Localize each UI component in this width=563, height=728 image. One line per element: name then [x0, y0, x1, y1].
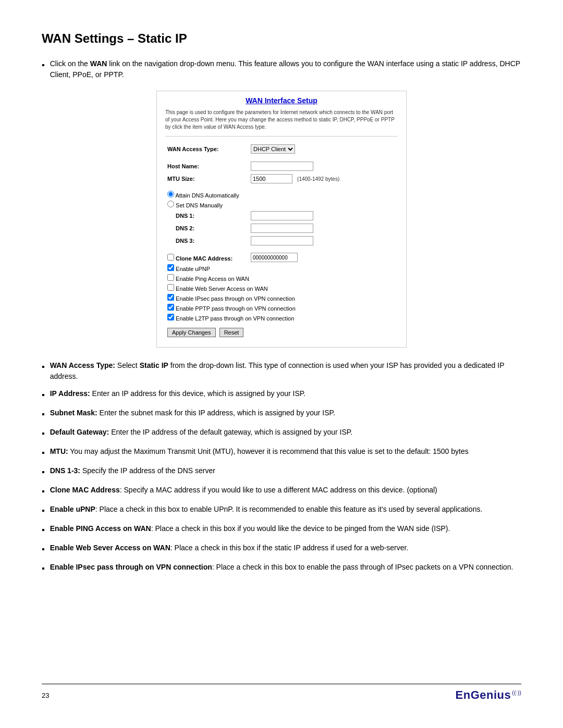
bullet-text-web: Enable Web Sever Access on WAN: Place a … [50, 542, 521, 553]
enable-l2tp-checkbox[interactable] [167, 314, 174, 320]
enable-pptp-label: Enable PPTP pass through on VPN connecti… [176, 305, 296, 312]
clone-mac-input[interactable] [251, 253, 298, 262]
bullet-text-clone-mac: Clone MAC Address: Specify a MAC address… [50, 485, 521, 496]
bullet-marker: ▪ [42, 466, 45, 478]
detail-bullet-wan-access: ▪ WAN Access Type: Select Static IP from… [42, 360, 521, 382]
bullet-text-ping: Enable PING Access on WAN: Place a check… [50, 523, 521, 534]
enable-l2tp-row: Enable L2TP pass through on VPN connecti… [165, 313, 398, 323]
set-dns-label: Set DNS Manually [176, 202, 223, 208]
apply-button[interactable]: Apply Changes [167, 328, 216, 337]
enable-ipsec-label: Enable IPsec pass through on VPN connect… [176, 295, 295, 302]
detail-bullet-upnp: ▪ Enable uPNP: Place a check in this box… [42, 504, 521, 517]
wan-access-type-label: WAN Access Type: [165, 143, 249, 155]
wan-access-type-row: WAN Access Type: DHCP Client Static IP P… [165, 143, 398, 155]
footer: 23 EnGenius ((·)) [42, 688, 521, 712]
reset-button[interactable]: Reset [219, 328, 244, 337]
detail-bullet-web: ▪ Enable Web Sever Access on WAN: Place … [42, 542, 521, 556]
footer-divider [42, 684, 521, 684]
wan-interface-box: WAN Interface Setup This page is used to… [156, 91, 407, 348]
bullet-text-mtu: MTU: You may adjust the Maximum Transmit… [50, 446, 521, 457]
bullet-text-dns: DNS 1-3: Specify the IP address of the D… [50, 465, 521, 476]
detail-bullet-dns: ▪ DNS 1-3: Specify the IP address of the… [42, 465, 521, 478]
clone-mac-checkbox[interactable] [167, 254, 174, 261]
bullet-text-subnet-mask: Subnet Mask: Enter the subnet mask for t… [50, 408, 521, 418]
mtu-size-label: MTU Size: [165, 172, 249, 185]
bullet-marker: ▪ [42, 524, 45, 536]
bullet-marker: ▪ [42, 485, 45, 498]
enable-ipsec-row: Enable IPsec pass through on VPN connect… [165, 293, 398, 303]
dns3-label: DNS 3: [165, 235, 249, 247]
enable-ipsec-checkbox[interactable] [167, 294, 174, 301]
bullet-text-default-gw: Default Gateway: Enter the IP address of… [50, 427, 521, 438]
button-row: Apply Changes Reset [165, 323, 398, 339]
enable-pptp-checkbox[interactable] [167, 304, 174, 311]
brand-logo: EnGenius ((·)) [456, 688, 521, 702]
bullet-marker: ▪ [42, 389, 45, 401]
intro-bullet-text: Click on the WAN link on the navigation … [50, 58, 521, 80]
bullet-marker: ▪ [42, 543, 45, 556]
bullet-marker: ▪ [42, 447, 45, 459]
page-number: 23 [42, 692, 49, 699]
wan-access-type-select[interactable]: DHCP Client Static IP PPPoE PPTP [251, 144, 295, 154]
set-dns-radio[interactable] [167, 201, 174, 207]
attain-dns-label: Attain DNS Automatically [175, 192, 239, 199]
dns1-row: DNS 1: [165, 209, 398, 222]
enable-ping-row: Enable Ping Access on WAN [165, 273, 398, 283]
set-dns-row: Set DNS Manually [165, 200, 398, 209]
brand-name: En [456, 688, 471, 702]
attain-dns-radio[interactable] [167, 191, 174, 198]
detail-bullet-ping: ▪ Enable PING Access on WAN: Place a che… [42, 523, 521, 536]
enable-ping-label: Enable Ping Access on WAN [176, 276, 249, 282]
wifi-icon: ((·)) [512, 689, 521, 696]
clone-mac-label: Clone MAC Address: [176, 255, 232, 262]
enable-ping-checkbox[interactable] [167, 274, 174, 281]
bullet-text-ip-address: IP Address: Enter an IP address for this… [50, 388, 521, 399]
host-name-label: Host Name: [165, 160, 249, 172]
enable-l2tp-label: Enable L2TP pass through on VPN connecti… [176, 315, 294, 322]
enable-upnp-label: Enable uPNP [176, 266, 210, 272]
detail-bullet-default-gw: ▪ Default Gateway: Enter the IP address … [42, 427, 521, 440]
mtu-size-input[interactable] [251, 174, 292, 183]
bullet-marker: ▪ [42, 562, 45, 575]
enable-upnp-checkbox[interactable] [167, 264, 174, 271]
enable-web-row: Enable Web Server Access on WAN [165, 283, 398, 293]
detail-bullet-mtu: ▪ MTU: You may adjust the Maximum Transm… [42, 446, 521, 459]
dns3-row: DNS 3: [165, 235, 398, 247]
bullet-marker: ▪ [42, 361, 45, 373]
page-title: WAN Settings – Static IP [42, 31, 521, 46]
bullet-marker: ▪ [42, 427, 45, 440]
bullet-marker: ▪ [42, 408, 45, 421]
host-name-row: Host Name: [165, 160, 398, 172]
attain-dns-row: Attain DNS Automatically [165, 190, 398, 200]
enable-pptp-row: Enable PPTP pass through on VPN connecti… [165, 303, 398, 313]
interface-title: WAN Interface Setup [165, 96, 398, 105]
bullet-text-ipsec: Enable IPsec pass through on VPN connect… [50, 562, 521, 573]
enable-web-checkbox[interactable] [167, 284, 174, 291]
detail-bullet-list: ▪ WAN Access Type: Select Static IP from… [42, 360, 521, 575]
dns2-input[interactable] [251, 224, 313, 233]
intro-bullet-item: ▪ Click on the WAN link on the navigatio… [42, 58, 521, 80]
detail-bullet-clone-mac: ▪ Clone MAC Address: Specify a MAC addre… [42, 485, 521, 498]
dns2-row: DNS 2: [165, 222, 398, 235]
dns1-input[interactable] [251, 211, 313, 220]
dns1-label: DNS 1: [165, 209, 249, 222]
bullet-marker: ▪ [42, 504, 45, 517]
dns3-input[interactable] [251, 236, 313, 245]
interface-description: This page is used to configure the param… [165, 109, 398, 137]
dns2-label: DNS 2: [165, 222, 249, 235]
brand-name-genius: Genius [471, 688, 511, 702]
enable-web-label: Enable Web Server Access on WAN [176, 286, 268, 292]
detail-bullet-ipsec: ▪ Enable IPsec pass through on VPN conne… [42, 562, 521, 575]
bullet-text-upnp: Enable uPNP: Place a check in this box t… [50, 504, 521, 515]
detail-bullet-subnet-mask: ▪ Subnet Mask: Enter the subnet mask for… [42, 408, 521, 421]
mtu-hint: (1400-1492 bytes) [294, 176, 339, 182]
detail-bullet-ip-address: ▪ IP Address: Enter an IP address for th… [42, 388, 521, 401]
clone-mac-row: Clone MAC Address: [165, 252, 398, 263]
host-name-input[interactable] [251, 162, 313, 171]
bullet-text-wan-access: WAN Access Type: Select Static IP from t… [50, 360, 521, 382]
bullet-marker: ▪ [42, 59, 45, 71]
enable-upnp-row: Enable uPNP [165, 263, 398, 273]
mtu-size-row: MTU Size: (1400-1492 bytes) [165, 172, 398, 185]
